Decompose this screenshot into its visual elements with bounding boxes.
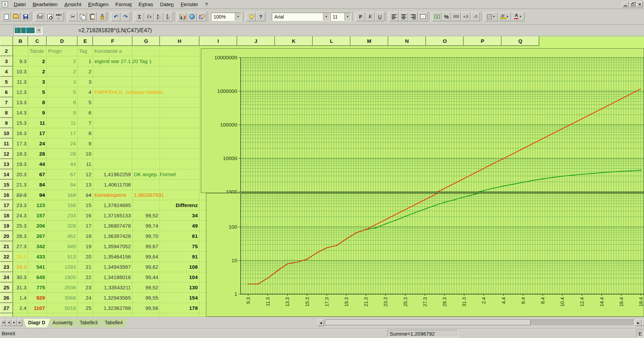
cell-D20[interactable]: 462	[47, 231, 78, 241]
cell-E23[interactable]: 21	[78, 262, 93, 272]
sort-ascending-button[interactable]: AZ↓	[154, 12, 163, 21]
cell-F8[interactable]	[93, 108, 133, 118]
cell-C13[interactable]: 44	[28, 159, 47, 169]
print-button[interactable]	[35, 12, 44, 21]
cell-H22[interactable]: 91	[160, 252, 199, 262]
cell-B20[interactable]: 26.3	[13, 231, 28, 241]
cell-G17[interactable]	[133, 200, 160, 210]
cell-H15[interactable]	[160, 180, 199, 190]
menu-item-fenster[interactable]: Fenster	[177, 0, 202, 8]
cell-E4[interactable]: 2	[78, 67, 93, 77]
row-header-13[interactable]: 13	[0, 159, 13, 169]
cell-D10[interactable]: 17	[47, 128, 78, 138]
cell-B3[interactable]: 9.3	[13, 56, 28, 67]
cell-G18[interactable]: 99,52	[133, 210, 160, 221]
help-button[interactable]: ?	[256, 12, 265, 21]
cell-H24[interactable]: 104	[160, 272, 199, 282]
column-header-E[interactable]: E	[78, 36, 93, 46]
row-header-18[interactable]: 18	[0, 210, 13, 221]
column-header-B[interactable]: B	[13, 36, 28, 46]
cell-C18[interactable]: 157	[28, 210, 47, 221]
scroll-right-button[interactable]: ▶	[635, 319, 642, 326]
tab-scroll-first-button[interactable]: |◀	[1, 319, 6, 326]
scroll-left-button[interactable]: ◀	[318, 319, 324, 326]
cell-C25[interactable]: 775	[28, 282, 47, 293]
cell-B19[interactable]: 25.3	[13, 221, 28, 231]
sheet-tab-auswertg[interactable]: Auswertg	[48, 319, 77, 327]
sheet-tab-diagr-d[interactable]: Diagr D	[23, 319, 50, 327]
cell-C6[interactable]: 5	[28, 87, 47, 97]
menu-item-extras[interactable]: Extras	[135, 0, 157, 8]
cell-D23[interactable]: 1283	[47, 262, 78, 272]
cell-F19[interactable]: 1,36807478	[93, 221, 133, 231]
cell-C5[interactable]: 3	[28, 77, 47, 87]
cell-C20[interactable]: 267	[28, 231, 47, 241]
cell-F23[interactable]: 1,34943587	[93, 262, 133, 272]
font-combobox[interactable]: Arial▼	[272, 13, 330, 21]
cell-G12[interactable]	[133, 149, 160, 159]
cell-B13[interactable]: 19.3	[13, 159, 28, 169]
cell-C11[interactable]: 24	[28, 138, 47, 149]
font-color-button[interactable]: ▼	[511, 12, 525, 21]
cell-F18[interactable]: 1,37165133	[93, 210, 133, 221]
spelling-button[interactable]: ABC✓	[54, 12, 64, 21]
cell-E16[interactable]: 14	[78, 190, 93, 200]
cell-F25[interactable]: 1,33543211	[93, 282, 133, 293]
cell-H4[interactable]	[160, 67, 199, 77]
cell-D3[interactable]: 2	[47, 56, 78, 67]
paste-button[interactable]	[88, 12, 97, 21]
cell-F21[interactable]: 1,35947052	[93, 241, 133, 252]
menu-item-hilfe[interactable]: ?	[202, 0, 211, 8]
row-header-26[interactable]: 26	[0, 293, 13, 303]
row-header-21[interactable]: 21	[0, 241, 13, 252]
cell-C24[interactable]: 645	[28, 272, 47, 282]
cell-F15[interactable]: 1,40611708	[93, 180, 133, 190]
row-header-12[interactable]: 12	[0, 149, 13, 159]
cell-G13[interactable]	[133, 159, 160, 169]
menu-item-datei[interactable]: Datei	[10, 0, 29, 8]
cell-H11[interactable]	[160, 138, 199, 149]
cell-F11[interactable]	[93, 138, 133, 149]
row-header-11[interactable]: 11	[0, 138, 13, 149]
save-button[interactable]	[21, 12, 30, 21]
cell-D27[interactable]: 5018	[47, 303, 78, 313]
align-left-button[interactable]	[389, 12, 399, 21]
column-header-D[interactable]: D	[47, 36, 78, 46]
decrease-decimal-button[interactable]: -,0	[471, 12, 480, 21]
cell-H17[interactable]: Differenz	[160, 200, 199, 210]
cell-B24[interactable]: 30.3	[13, 272, 28, 282]
cell-E10[interactable]: 8	[78, 128, 93, 138]
cell-E13[interactable]: 11	[78, 159, 93, 169]
function-wizard-button[interactable]: ƒx	[145, 12, 154, 21]
row-header-25[interactable]: 25	[0, 282, 13, 293]
row-header-24[interactable]: 24	[0, 272, 13, 282]
cell-E7[interactable]: 5	[78, 97, 93, 108]
menu-item-ansicht[interactable]: Ansicht	[61, 0, 85, 8]
tab-scroll-last-button[interactable]: ▶|	[17, 319, 22, 326]
cell-C4[interactable]: 2	[28, 67, 47, 77]
cell-D15[interactable]: 84	[47, 180, 78, 190]
row-header-28[interactable]	[0, 313, 13, 317]
cell-F7[interactable]	[93, 97, 133, 108]
column-header-G[interactable]: G	[133, 36, 160, 46]
cell-E26[interactable]: 24	[78, 293, 93, 303]
cell-C21[interactable]: 342	[28, 241, 47, 252]
column-header-H[interactable]: H	[160, 36, 199, 46]
cell-H25[interactable]: 130	[160, 282, 199, 293]
size-combobox[interactable]: 11▼	[330, 13, 351, 21]
restore-button[interactable]	[629, 2, 636, 7]
cell-E22[interactable]: 20	[78, 252, 93, 262]
tab-scroll-next-button[interactable]: ▶	[12, 319, 17, 326]
cell-E14[interactable]: 12	[78, 169, 93, 180]
cell-H7[interactable]	[160, 97, 199, 108]
chart-object-top[interactable]: 100010000100000100000010000000	[201, 48, 644, 193]
align-right-button[interactable]	[409, 12, 418, 21]
menu-item-format[interactable]: Format	[112, 0, 135, 8]
chart-object-bottom[interactable]: 1101009.311.313.315.317.319.321.323.325.…	[206, 193, 644, 317]
cell-G11[interactable]	[133, 138, 160, 149]
cell-B5[interactable]: 11.3	[13, 77, 28, 87]
row-header-23[interactable]: 23	[0, 262, 13, 272]
menu-item-einfuegen[interactable]: Einfügen	[85, 0, 112, 8]
cell-H3[interactable]	[160, 56, 199, 67]
cell-F2[interactable]: Konstante a	[93, 46, 133, 56]
